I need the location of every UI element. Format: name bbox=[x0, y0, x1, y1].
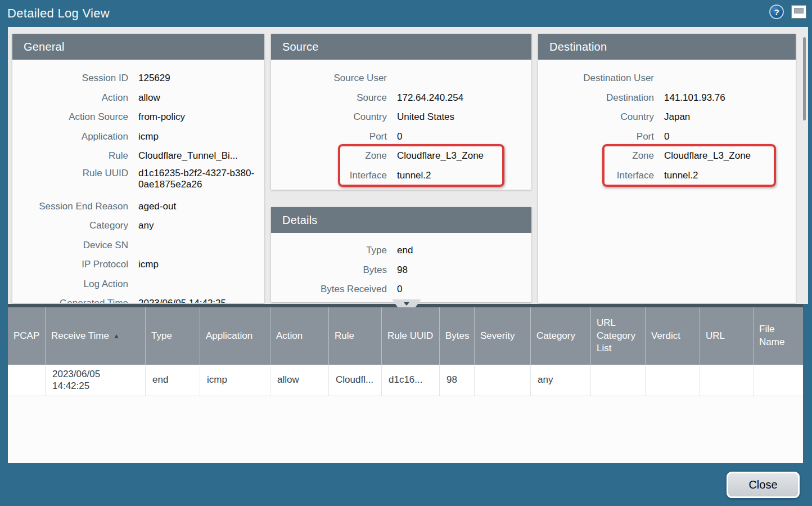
column-label: Type bbox=[151, 330, 172, 343]
field-row-session-id: Session ID125629 bbox=[12, 69, 264, 88]
field-label: Bytes bbox=[271, 265, 387, 276]
field-label: Interface bbox=[271, 170, 387, 181]
cell-rule-uuid: d1c16... bbox=[382, 365, 440, 396]
field-label: Generated Time bbox=[12, 298, 128, 303]
column-header-rule[interactable]: Rule bbox=[329, 307, 382, 365]
cell-url bbox=[700, 365, 754, 396]
column-header-category[interactable]: Category bbox=[531, 307, 591, 365]
column-header-url[interactable]: URL bbox=[700, 307, 754, 365]
field-label: Destination User bbox=[538, 73, 654, 84]
field-label: Port bbox=[271, 131, 387, 142]
cell-bytes: 98 bbox=[440, 365, 475, 396]
field-row-category: Categoryany bbox=[12, 216, 264, 236]
field-label: Destination bbox=[538, 92, 654, 104]
column-header-rule-uuid[interactable]: Rule UUID bbox=[382, 307, 440, 365]
field-label: Bytes Received bbox=[271, 284, 387, 295]
field-value: end bbox=[397, 245, 531, 256]
panel-destination-header: Destination bbox=[538, 34, 796, 60]
field-row-action-source: Action Sourcefrom-policy bbox=[12, 108, 264, 127]
field-value: Cloudflare_L3_Zone bbox=[664, 150, 796, 162]
column-label: URL bbox=[706, 330, 725, 343]
column-label: File Name bbox=[759, 323, 797, 349]
panel-general: General Session ID125629 Actionallow Act… bbox=[12, 34, 264, 303]
column-label: URL Category List bbox=[597, 317, 639, 356]
cell-severity bbox=[475, 365, 531, 396]
close-button[interactable]: Close bbox=[727, 472, 800, 498]
column-label: Rule UUID bbox=[387, 330, 433, 343]
field-value: 0 bbox=[664, 131, 796, 142]
window-icon[interactable] bbox=[791, 5, 806, 19]
field-row-destination-interface: Interfacetunnel.2 bbox=[538, 166, 796, 186]
cell-category: any bbox=[531, 365, 591, 396]
column-header-file-name[interactable]: File Name bbox=[754, 307, 803, 365]
field-label: Action Source bbox=[12, 111, 128, 123]
column-header-verdict[interactable]: Verdict bbox=[646, 307, 700, 365]
field-label: Log Action bbox=[12, 279, 128, 290]
column-label: Severity bbox=[480, 330, 515, 343]
help-icon[interactable]: ? bbox=[769, 5, 784, 19]
field-label: Category bbox=[12, 220, 128, 231]
field-row-log-action: Log Action bbox=[12, 275, 264, 294]
panel-destination: Destination Destination User Destination… bbox=[538, 34, 796, 303]
field-row-device-sn: Device SN bbox=[12, 236, 264, 256]
column-header-bytes[interactable]: Bytes bbox=[440, 307, 475, 365]
field-value: 172.64.240.254 bbox=[397, 92, 531, 104]
panel-details: Details Typeend Bytes98 Bytes Received0 bbox=[271, 207, 531, 302]
table-row[interactable]: 2023/06/05 14:42:25 end icmp allow Cloud… bbox=[8, 365, 803, 396]
field-label: Country bbox=[271, 111, 387, 123]
cell-receive-time: 2023/06/05 14:42:25 bbox=[46, 365, 146, 396]
field-label: Rule UUID bbox=[12, 168, 128, 179]
field-label: Session End Reason bbox=[12, 201, 128, 212]
panel-details-header: Details bbox=[271, 207, 531, 233]
field-value: tunnel.2 bbox=[664, 170, 796, 181]
column-label: Bytes bbox=[445, 330, 470, 343]
cell-type: end bbox=[146, 365, 200, 396]
field-row-destination-port: Port0 bbox=[538, 127, 796, 147]
field-label: Type bbox=[271, 245, 387, 256]
panel-source: Source Source User Source172.64.240.254 … bbox=[271, 34, 531, 190]
column-label: Verdict bbox=[651, 330, 680, 343]
field-value: United States bbox=[397, 111, 531, 123]
field-row-session-end-reason: Session End Reasonaged-out bbox=[12, 197, 264, 217]
column-header-pcap[interactable]: PCAP bbox=[8, 307, 46, 365]
field-row-rule: RuleCloudflare_Tunnel_Bi... bbox=[12, 146, 264, 166]
log-table: PCAP Receive Time▲ Type Application Acti… bbox=[8, 304, 803, 463]
column-header-type[interactable]: Type bbox=[146, 307, 200, 365]
cell-action: allow bbox=[270, 365, 329, 396]
column-label: Rule bbox=[335, 330, 354, 343]
field-value: from-policy bbox=[138, 111, 264, 123]
cell-file-name bbox=[754, 365, 803, 396]
field-value: 125629 bbox=[138, 73, 264, 84]
field-value: aged-out bbox=[138, 201, 264, 212]
column-header-application[interactable]: Application bbox=[200, 307, 270, 365]
field-label: Zone bbox=[538, 150, 654, 162]
field-row-application: Applicationicmp bbox=[12, 127, 264, 147]
column-label: Category bbox=[536, 330, 575, 343]
column-label: Application bbox=[206, 330, 252, 343]
field-value: allow bbox=[138, 92, 264, 104]
scrollbar-thumb[interactable] bbox=[803, 37, 806, 120]
window-icon-inner bbox=[794, 8, 804, 14]
field-label: Country bbox=[538, 111, 654, 123]
field-value: d1c16235-b2f2-4327-b380-0ae1875e2a26 bbox=[138, 168, 264, 191]
field-row-type: Typeend bbox=[271, 241, 531, 261]
field-label: Zone bbox=[271, 150, 387, 162]
field-row-destination-user: Destination User bbox=[538, 69, 796, 88]
column-header-action[interactable]: Action bbox=[270, 307, 329, 365]
field-value: Cloudflare_Tunnel_Bi... bbox=[138, 150, 264, 162]
panel-destination-body: Destination User Destination141.101.93.7… bbox=[538, 60, 796, 185]
field-label: Session ID bbox=[12, 73, 128, 84]
field-value: icmp bbox=[138, 131, 264, 142]
panel-source-body: Source User Source172.64.240.254 Country… bbox=[271, 60, 531, 185]
field-label: Port bbox=[538, 131, 654, 142]
field-row-source-port: Port0 bbox=[271, 127, 531, 147]
field-row-destination-country: CountryJapan bbox=[538, 108, 796, 127]
log-detail-panels: General Session ID125629 Actionallow Act… bbox=[8, 27, 808, 304]
column-header-url-category-list[interactable]: URL Category List bbox=[591, 307, 646, 365]
cell-verdict bbox=[646, 365, 700, 396]
column-header-receive-time[interactable]: Receive Time▲ bbox=[46, 307, 146, 365]
column-label: Action bbox=[276, 330, 303, 343]
cell-pcap bbox=[8, 365, 46, 396]
column-header-severity[interactable]: Severity bbox=[475, 307, 531, 365]
field-row-rule-uuid: Rule UUIDd1c16235-b2f2-4327-b380-0ae1875… bbox=[12, 166, 264, 197]
